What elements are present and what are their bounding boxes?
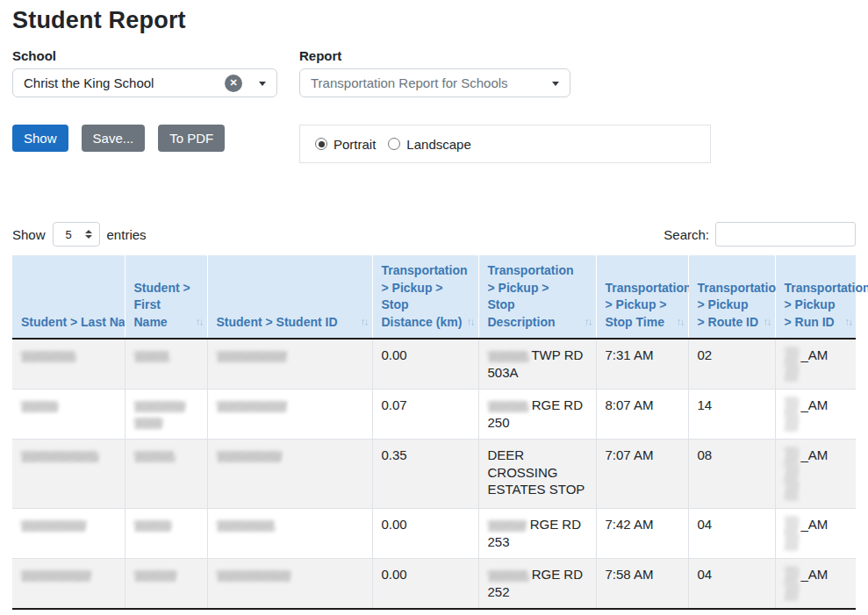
redacted-text: [785, 566, 799, 601]
page-title: Student Report: [12, 7, 856, 34]
cell-stop-description: RGE RD 253: [478, 509, 596, 559]
sort-icon[interactable]: ↑↓: [844, 315, 851, 330]
column-header-label: Transportation > Pickup > Stop Descripti…: [488, 263, 574, 329]
column-header-label: Student > Last Name: [21, 315, 125, 329]
filters-row: School Christ the King School ✕ Report T…: [12, 48, 856, 97]
redacted-text: [785, 447, 799, 501]
sort-icon[interactable]: ↑↓: [361, 315, 368, 330]
cell-student-id: [207, 559, 372, 610]
sort-icon[interactable]: ↑↓: [677, 315, 684, 330]
to-pdf-button[interactable]: To PDF: [158, 125, 225, 152]
cell-stop-time: 8:07 AM: [596, 390, 688, 440]
search-input[interactable]: [715, 222, 856, 247]
redacted-text: [21, 451, 98, 462]
cell-stop-distance: 0.00: [372, 559, 478, 610]
column-header[interactable]: Transportation > Pickup > Run ID↑↓: [775, 255, 856, 339]
cell-stop-description: TWP RD 503A: [478, 339, 596, 390]
redacted-text: [217, 570, 291, 582]
redacted-text: [21, 570, 91, 582]
cell-route-id: 04: [688, 509, 775, 559]
entries-count-value: 5: [66, 228, 72, 241]
cell-stop-description: RGE RD 250: [478, 390, 596, 440]
column-header-label: Student > First Name: [134, 281, 190, 329]
page-length-control: Show 5 entries: [12, 222, 147, 247]
cell-run-id: _AM: [775, 559, 856, 610]
student-report-page: Student Report School Christ the King Sc…: [0, 0, 868, 615]
redacted-text: [134, 351, 169, 362]
cell-route-id: 08: [688, 440, 775, 509]
search-control: Search:: [664, 222, 856, 247]
redacted-text: [134, 401, 185, 412]
school-label: School: [12, 48, 277, 63]
chevron-down-icon[interactable]: [259, 82, 266, 86]
redacted-text: [21, 520, 86, 532]
clear-school-icon[interactable]: ✕: [225, 75, 242, 92]
cell-first-name: [125, 440, 207, 509]
column-header-label: Student > Student ID: [217, 315, 338, 329]
report-select[interactable]: Transportation Report for Schools: [299, 68, 570, 97]
column-header[interactable]: Transportation > Pickup > Stop Descripti…: [478, 255, 596, 339]
cell-route-id: 04: [688, 559, 775, 610]
redacted-text: [217, 401, 287, 412]
portrait-radio[interactable]: Portrait: [315, 137, 376, 152]
cell-run-id: _AM: [775, 339, 856, 390]
column-header-label: Transportation > Pickup > Run ID: [785, 281, 868, 329]
table-header-row: Student > Last Name↑↓Student > First Nam…: [12, 255, 856, 339]
cell-run-id: _AM: [775, 390, 856, 440]
column-header[interactable]: Student > Student ID↑↓: [207, 255, 372, 339]
sort-icon[interactable]: ↑↓: [196, 315, 203, 330]
redacted-text: [134, 451, 175, 462]
school-filter: School Christ the King School ✕: [12, 48, 277, 97]
cell-student-id: [207, 339, 372, 390]
cell-stop-time: 7:31 AM: [596, 339, 688, 390]
redacted-text: [785, 397, 799, 432]
report-filter: Report Transportation Report for Schools: [299, 48, 570, 97]
show-button[interactable]: Show: [12, 125, 68, 152]
landscape-radio[interactable]: Landscape: [388, 137, 470, 152]
cell-stop-distance: 0.07: [372, 390, 478, 440]
radio-icon: [388, 138, 400, 150]
column-header[interactable]: Student > Last Name↑↓: [12, 255, 125, 339]
cell-stop-distance: 0.00: [372, 339, 478, 390]
cell-stop-time: 7:58 AM: [596, 559, 688, 610]
table-controls: Show 5 entries Search:: [12, 222, 856, 247]
school-select[interactable]: Christ the King School ✕: [12, 68, 277, 97]
column-header[interactable]: Transportation > Pickup > Route ID↑↓: [688, 255, 775, 339]
cell-student-id: [207, 390, 372, 440]
redacted-text: [134, 520, 171, 532]
column-header-label: Transportation > Pickup > Stop Distance …: [382, 263, 468, 329]
cell-last-name: [12, 559, 125, 610]
cell-stop-description: DEER CROSSING ESTATES STOP: [478, 440, 596, 509]
cell-first-name: [125, 559, 207, 610]
column-header[interactable]: Transportation > Pickup > Stop Distance …: [372, 255, 478, 339]
redacted-text: [785, 347, 799, 382]
column-header[interactable]: Transportation > Pickup > Stop Time↑↓: [596, 255, 688, 339]
show-entries-label: Show: [12, 227, 46, 242]
cell-first-name: [125, 390, 207, 440]
button-group: Show Save... To PDF: [12, 125, 299, 152]
sort-icon[interactable]: ↑↓: [585, 315, 592, 330]
report-selected-value: Transportation Report for Schools: [311, 75, 543, 90]
cell-run-id: _AM: [775, 440, 856, 509]
redacted-text: [217, 451, 282, 462]
entries-count-select[interactable]: 5: [53, 222, 100, 247]
cell-route-id: 14: [688, 390, 775, 440]
cell-stop-time: 7:07 AM: [596, 440, 688, 509]
stepper-icon: [85, 230, 92, 239]
cell-last-name: [12, 440, 125, 509]
sort-icon[interactable]: ↑↓: [113, 315, 120, 330]
redacted-text: [488, 351, 528, 362]
student-report-table: Student > Last Name↑↓Student > First Nam…: [12, 255, 856, 610]
radio-icon: [315, 138, 327, 150]
sort-icon[interactable]: ↑↓: [764, 315, 771, 330]
cell-route-id: 02: [688, 339, 775, 390]
cell-last-name: [12, 339, 125, 390]
school-selected-value: Christ the King School: [24, 75, 225, 90]
table-row: 0.00 TWP RD 503A7:31 AM02_AM: [12, 339, 856, 390]
sort-icon[interactable]: ↑↓: [467, 315, 474, 330]
column-header[interactable]: Student > First Name↑↓: [125, 255, 207, 339]
save-button[interactable]: Save...: [82, 125, 146, 152]
cell-stop-time: 7:42 AM: [596, 509, 688, 559]
redacted-text: [134, 570, 176, 582]
entries-label: entries: [107, 227, 147, 242]
